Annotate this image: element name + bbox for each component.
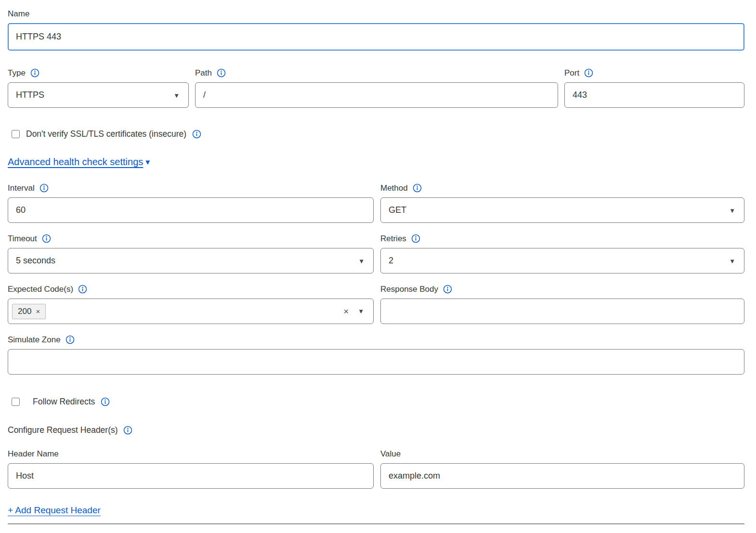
header-name-label: Header Name: [8, 449, 374, 459]
expected-codes-multiselect[interactable]: 200 × × ▼: [8, 299, 374, 324]
response-body-label-text: Response Body: [380, 284, 438, 294]
advanced-settings-link[interactable]: Advanced health check settings ▼: [8, 156, 151, 168]
expected-code-chip-value: 200: [18, 307, 31, 316]
retries-label: Retries: [380, 234, 744, 244]
configure-request-headers-info-icon[interactable]: [123, 426, 132, 435]
retries-select[interactable]: 2 ▼: [380, 248, 744, 273]
timeout-select[interactable]: 5 seconds ▼: [8, 248, 374, 273]
type-label: Type: [8, 68, 189, 78]
simulate-zone-label-text: Simulate Zone: [8, 335, 61, 345]
retries-select-value: 2: [389, 256, 393, 266]
port-info-icon[interactable]: [584, 68, 593, 78]
path-info-icon[interactable]: [217, 68, 226, 78]
bottom-divider: [8, 523, 744, 524]
dont-verify-ssl-info-icon[interactable]: [192, 130, 201, 139]
add-request-header-row: + Add Request Header: [8, 505, 744, 516]
caret-down-icon: ▼: [729, 258, 735, 264]
response-body-info-icon[interactable]: [443, 285, 452, 294]
type-label-text: Type: [8, 68, 26, 78]
type-info-icon[interactable]: [30, 68, 39, 78]
type-select[interactable]: HTTPS ▼: [8, 82, 189, 108]
interval-field-group: Interval: [8, 183, 374, 223]
interval-info-icon[interactable]: [39, 183, 49, 193]
advanced-settings-link-text: Advanced health check settings: [8, 156, 143, 168]
path-label: Path: [195, 68, 558, 78]
response-body-label: Response Body: [380, 284, 744, 294]
retries-label-text: Retries: [380, 234, 406, 244]
header-name-input[interactable]: [8, 463, 374, 489]
timeout-label: Timeout: [8, 234, 374, 244]
interval-label-text: Interval: [8, 183, 35, 193]
header-name-field-group: Header Name: [8, 449, 374, 489]
health-check-form: Name Type HTTPS ▼ Path: [0, 0, 756, 524]
expected-codes-label-text: Expected Code(s): [8, 284, 73, 294]
retries-field-group: Retries 2 ▼: [380, 234, 744, 273]
header-value-label: Value: [380, 449, 744, 459]
method-label: Method: [380, 183, 744, 193]
name-input[interactable]: [8, 23, 744, 51]
retries-info-icon[interactable]: [411, 234, 420, 243]
interval-label: Interval: [8, 183, 374, 193]
type-field-group: Type HTTPS ▼: [8, 68, 189, 108]
timeout-label-text: Timeout: [8, 234, 37, 244]
header-value-field-group: Value: [380, 449, 744, 489]
timeout-info-icon[interactable]: [42, 234, 51, 243]
codes-responsebody-row: Expected Code(s) 200 × × ▼ Response Body: [8, 284, 744, 324]
caret-down-icon: ▼: [144, 158, 151, 166]
clear-all-icon[interactable]: ×: [344, 307, 349, 316]
follow-redirects-checkbox[interactable]: [12, 398, 20, 406]
expected-codes-label: Expected Code(s): [8, 284, 374, 294]
request-header-row: Header Name Value: [8, 449, 744, 489]
port-label: Port: [564, 68, 744, 78]
timeout-select-value: 5 seconds: [16, 256, 55, 266]
add-request-header-link[interactable]: + Add Request Header: [8, 505, 101, 516]
follow-redirects-row: Follow Redirects: [8, 397, 744, 407]
interval-method-row: Interval Method GET ▼: [8, 183, 744, 223]
response-body-input[interactable]: [380, 299, 744, 324]
caret-down-icon: ▼: [358, 308, 364, 314]
caret-down-icon: ▼: [173, 92, 180, 98]
method-select-value: GET: [389, 205, 406, 215]
follow-redirects-info-icon[interactable]: [101, 397, 110, 406]
simulate-zone-label: Simulate Zone: [8, 335, 744, 345]
method-label-text: Method: [380, 183, 408, 193]
interval-input[interactable]: [8, 197, 374, 223]
simulate-zone-input[interactable]: [8, 349, 744, 375]
port-label-text: Port: [564, 68, 579, 78]
configure-request-headers-text: Configure Request Header(s): [8, 425, 118, 435]
path-field-group: Path: [195, 68, 558, 108]
advanced-settings-row: Advanced health check settings ▼: [8, 156, 744, 168]
multiselect-controls: × ▼: [344, 307, 373, 316]
caret-down-icon: ▼: [729, 207, 735, 213]
port-input[interactable]: [564, 82, 744, 108]
dont-verify-ssl-label: Don't verify SSL/TLS certificates (insec…: [26, 129, 186, 139]
port-field-group: Port: [564, 68, 744, 108]
follow-redirects-label: Follow Redirects: [33, 397, 95, 407]
caret-down-icon: ▼: [358, 258, 365, 264]
timeout-retries-row: Timeout 5 seconds ▼ Retries 2 ▼: [8, 234, 744, 273]
timeout-field-group: Timeout 5 seconds ▼: [8, 234, 374, 273]
dont-verify-ssl-row: Don't verify SSL/TLS certificates (insec…: [8, 129, 744, 139]
name-field-group: Name: [8, 9, 744, 51]
simulate-zone-info-icon[interactable]: [65, 335, 75, 344]
expected-code-chip: 200 ×: [12, 304, 46, 319]
method-field-group: Method GET ▼: [380, 183, 744, 223]
dont-verify-ssl-checkbox[interactable]: [12, 130, 20, 138]
type-select-value: HTTPS: [16, 90, 44, 100]
header-value-label-text: Value: [380, 449, 401, 459]
path-label-text: Path: [195, 68, 212, 78]
name-label-text: Name: [8, 9, 29, 19]
response-body-field-group: Response Body: [380, 284, 744, 324]
expected-codes-info-icon[interactable]: [78, 285, 87, 294]
method-info-icon[interactable]: [413, 183, 422, 193]
method-select[interactable]: GET ▼: [380, 197, 744, 223]
expected-codes-field-group: Expected Code(s) 200 × × ▼: [8, 284, 374, 324]
simulate-zone-field-group: Simulate Zone: [8, 335, 744, 375]
configure-request-headers-label: Configure Request Header(s): [8, 425, 744, 435]
path-input[interactable]: [195, 82, 558, 108]
header-name-label-text: Header Name: [8, 449, 59, 459]
name-label: Name: [8, 9, 744, 19]
type-path-port-row: Type HTTPS ▼ Path Port: [8, 68, 744, 108]
header-value-input[interactable]: [380, 463, 744, 489]
chip-remove-icon[interactable]: ×: [36, 307, 40, 315]
